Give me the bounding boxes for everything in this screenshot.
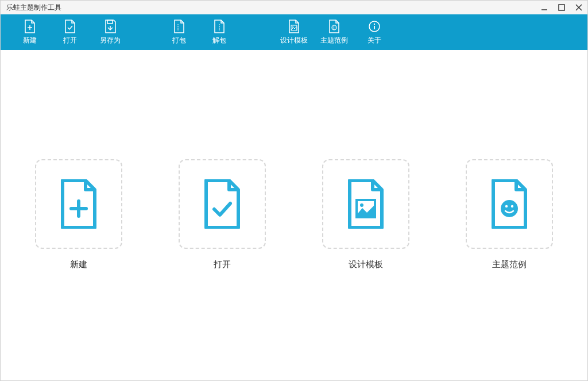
toolbar-theme-label: 主题范例 — [320, 36, 348, 45]
theme-icon — [327, 20, 341, 33]
card-new[interactable]: 新建 — [35, 159, 122, 270]
toolbar-pack-label: 打包 — [172, 36, 186, 45]
svg-point-23 — [511, 205, 513, 207]
new-document-icon — [59, 179, 98, 229]
toolbar-new-label: 新建 — [23, 36, 37, 45]
toolbar-pack[interactable]: 打包 — [159, 14, 199, 50]
svg-point-22 — [505, 205, 508, 207]
minimize-button[interactable] — [540, 3, 548, 11]
card-new-iconbox — [35, 159, 122, 249]
toolbar-template-label: 设计模板 — [280, 36, 308, 45]
svg-point-15 — [374, 23, 375, 24]
toolbar-save-as-label: 另存为 — [100, 36, 121, 45]
toolbar-open[interactable]: 打开 — [50, 14, 90, 50]
card-theme-example[interactable]: 主题范例 — [466, 159, 553, 270]
window-title: 乐蛙主题制作工具 — [5, 3, 61, 13]
pack-icon — [172, 20, 186, 33]
toolbar-new[interactable]: 新建 — [10, 14, 50, 50]
main-content: 新建 打开 设计模板 — [1, 50, 587, 270]
toolbar-about-label: 关于 — [368, 36, 381, 45]
close-button[interactable] — [575, 3, 583, 11]
toolbar-theme-example[interactable]: 主题范例 — [314, 14, 354, 50]
open-document-icon — [203, 179, 242, 229]
unpack-icon — [212, 20, 226, 33]
theme-document-icon — [490, 179, 529, 229]
window-controls — [540, 3, 583, 11]
card-open[interactable]: 打开 — [179, 159, 266, 270]
svg-rect-6 — [107, 20, 113, 24]
save-icon — [103, 20, 117, 33]
card-theme-iconbox — [466, 159, 553, 249]
close-icon — [575, 4, 582, 11]
about-icon — [368, 20, 381, 33]
titlebar: 乐蛙主题制作工具 — [1, 1, 587, 14]
toolbar-design-template[interactable]: 设计模板 — [274, 14, 314, 50]
maximize-button[interactable] — [558, 3, 566, 11]
maximize-icon — [558, 4, 565, 11]
toolbar-unpack[interactable]: 解包 — [199, 14, 239, 50]
card-template-iconbox — [322, 159, 409, 249]
toolbar-open-label: 打开 — [63, 36, 77, 45]
minimize-icon — [541, 4, 548, 11]
svg-point-21 — [501, 200, 518, 217]
card-design-template[interactable]: 设计模板 — [322, 159, 409, 270]
card-template-label: 设计模板 — [349, 259, 383, 270]
new-file-icon — [23, 20, 37, 33]
template-document-icon — [346, 179, 385, 229]
card-open-label: 打开 — [214, 259, 231, 270]
svg-point-20 — [360, 203, 363, 207]
svg-rect-1 — [559, 5, 564, 10]
toolbar-unpack-label: 解包 — [212, 36, 226, 45]
card-theme-label: 主题范例 — [492, 259, 527, 270]
template-icon — [287, 20, 301, 33]
open-file-icon — [63, 20, 77, 33]
toolbar: 新建 打开 另存为 打包 — [1, 14, 587, 50]
svg-point-12 — [333, 26, 334, 28]
card-open-iconbox — [179, 159, 266, 249]
card-new-label: 新建 — [70, 259, 87, 270]
toolbar-about[interactable]: 关于 — [354, 14, 394, 50]
toolbar-save-as[interactable]: 另存为 — [90, 14, 130, 50]
svg-point-13 — [335, 26, 336, 28]
